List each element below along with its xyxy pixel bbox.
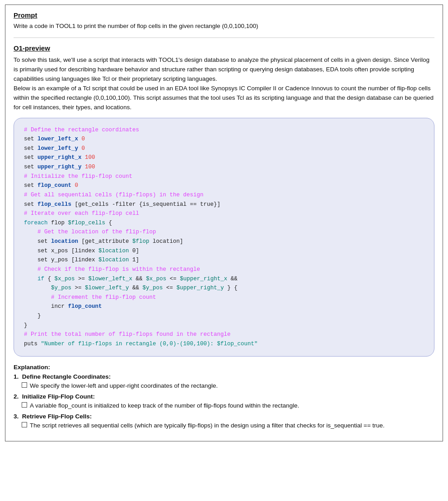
list-num-3: 3. Retrieve Flip-Flop Cells: xyxy=(14,413,92,420)
sub-item-3: The script retrieves all sequential cell… xyxy=(14,421,434,430)
sub-text-1: We specify the lower-left and upper-righ… xyxy=(30,381,218,390)
list-item-1: 1. Define Rectangle Coordinates: We spec… xyxy=(14,373,434,390)
code-block: # Define the rectangle coordinates set l… xyxy=(14,118,434,357)
checkbox-icon-3 xyxy=(22,422,27,427)
sub-text-2: A variable flop_count is initialized to … xyxy=(30,401,299,410)
checkbox-icon-2 xyxy=(22,402,27,408)
list-num-2: 2. Initialize Flip-Flop Count: xyxy=(14,393,95,400)
o1-description-1: To solve this task, we'll use a script t… xyxy=(14,56,434,112)
list-num-1: 1. Define Rectangle Coordinates: xyxy=(14,373,111,380)
explanation-title: Explanation: xyxy=(14,364,434,371)
o1-section: O1-preview To solve this task, we'll use… xyxy=(14,44,434,430)
checkbox-icon-1 xyxy=(22,382,27,388)
divider xyxy=(14,37,434,38)
sub-item-1: We specify the lower-left and upper-righ… xyxy=(14,381,434,390)
list-item-2: 2. Initialize Flip-Flop Count: A variabl… xyxy=(14,393,434,410)
o1-title: O1-preview xyxy=(14,44,434,52)
sub-text-3: The script retrieves all sequential cell… xyxy=(30,421,385,430)
list-item-3: 3. Retrieve Flip-Flop Cells: The script … xyxy=(14,413,434,430)
prompt-text: Write a code in TOOL1 to print the numbe… xyxy=(14,23,434,29)
explanation-list: 1. Define Rectangle Coordinates: We spec… xyxy=(14,373,434,431)
prompt-title: Prompt xyxy=(14,11,434,19)
sub-item-2: A variable flop_count is initialized to … xyxy=(14,401,434,410)
main-container: Prompt Write a code in TOOL1 to print th… xyxy=(5,5,443,441)
